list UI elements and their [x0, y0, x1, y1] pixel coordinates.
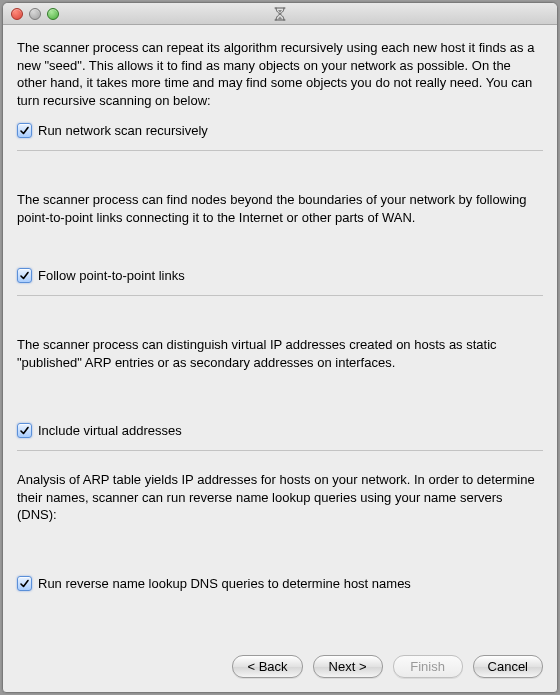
virtual-checkbox[interactable]	[17, 423, 32, 438]
minimize-window-button[interactable]	[29, 8, 41, 20]
virtual-check-row: Include virtual addresses	[17, 423, 543, 438]
cancel-button[interactable]: Cancel	[473, 655, 543, 678]
virtual-description: The scanner process can distinguish virt…	[17, 336, 543, 371]
next-button[interactable]: Next >	[313, 655, 383, 678]
dns-check-row: Run reverse name lookup DNS queries to d…	[17, 576, 543, 591]
recursive-check-row: Run network scan recursively	[17, 123, 543, 138]
recursive-checkbox-label: Run network scan recursively	[38, 123, 208, 138]
hourglass-icon	[274, 7, 286, 21]
finish-button: Finish	[393, 655, 463, 678]
ptp-checkbox[interactable]	[17, 268, 32, 283]
virtual-checkbox-label: Include virtual addresses	[38, 423, 182, 438]
close-window-button[interactable]	[11, 8, 23, 20]
recursive-checkbox[interactable]	[17, 123, 32, 138]
dns-description: Analysis of ARP table yields IP addresse…	[17, 471, 543, 524]
ptp-check-row: Follow point-to-point links	[17, 268, 543, 283]
back-button[interactable]: < Back	[232, 655, 302, 678]
wizard-window: The scanner process can repeat its algor…	[2, 2, 558, 693]
separator	[17, 295, 543, 296]
dns-checkbox[interactable]	[17, 576, 32, 591]
recursive-description: The scanner process can repeat its algor…	[17, 39, 543, 109]
ptp-checkbox-label: Follow point-to-point links	[38, 268, 185, 283]
separator	[17, 450, 543, 451]
window-controls	[3, 8, 59, 20]
titlebar	[3, 3, 557, 25]
ptp-description: The scanner process can find nodes beyon…	[17, 191, 543, 226]
wizard-button-bar: < Back Next > Finish Cancel	[3, 645, 557, 692]
zoom-window-button[interactable]	[47, 8, 59, 20]
separator	[17, 150, 543, 151]
wizard-content: The scanner process can repeat its algor…	[3, 25, 557, 645]
dns-checkbox-label: Run reverse name lookup DNS queries to d…	[38, 576, 411, 591]
